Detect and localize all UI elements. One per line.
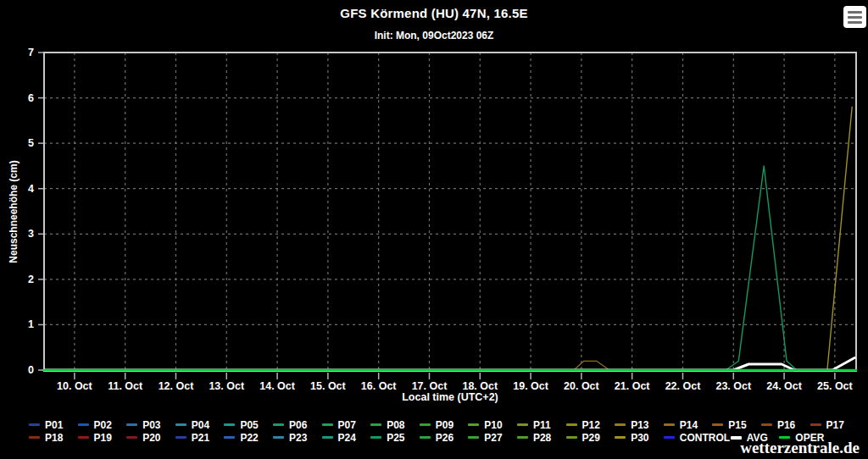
y-tick-label: 6 [28, 92, 34, 104]
x-tick-label: 10. Oct [57, 380, 93, 392]
legend-swatch-p03 [126, 423, 137, 425]
legend-item-p08: P08 [370, 419, 420, 431]
legend-label: P25 [387, 432, 404, 444]
x-tick-label: 22. Oct [665, 380, 702, 392]
legend-item-p01: P01 [29, 419, 78, 431]
legend-label: P19 [94, 432, 112, 444]
legend-item-p02: P02 [78, 419, 127, 431]
legend-swatch-p30 [615, 436, 626, 438]
y-tick-label: 0 [28, 364, 34, 376]
legend-item-p21: P21 [175, 432, 225, 444]
x-tick-label: 20. Oct [564, 380, 600, 392]
legend-item-p05: P05 [224, 419, 273, 431]
legend-swatch-p05 [224, 423, 235, 425]
forecast-page: GFS Körmend (HU) 47N, 16.5E Init: Mon, 0… [0, 0, 868, 459]
legend-label: P16 [777, 419, 795, 431]
legend-label: CONTROL [680, 432, 730, 444]
y-tick-label: 4 [28, 183, 34, 195]
legend-row: P18P19P20P21P22P23P24P25P26P27P28P29P30C… [0, 431, 868, 444]
legend-swatch-p19 [78, 436, 89, 438]
legend-label: P13 [631, 419, 648, 431]
legend-swatch-p17 [810, 423, 821, 425]
legend-item-p25: P25 [370, 432, 420, 444]
x-tick-label: 21. Oct [615, 380, 651, 392]
legend-item-p17: P17 [810, 419, 860, 431]
legend-item-p11: P11 [517, 419, 566, 431]
legend-item-p03: P03 [126, 419, 175, 431]
legend-item-p10: P10 [468, 419, 517, 431]
legend-swatch-p06 [273, 423, 284, 425]
y-tick-label: 2 [28, 274, 34, 285]
legend-label: P10 [484, 419, 502, 431]
legend-item-p07: P07 [322, 419, 371, 431]
legend-swatch-p11 [517, 423, 528, 425]
legend-label: P22 [240, 432, 258, 444]
legend-swatch-p26 [420, 436, 431, 438]
legend-swatch-p28 [517, 436, 528, 438]
plot-frame [44, 53, 856, 371]
legend-label: P02 [94, 419, 112, 431]
legend-label: P04 [192, 419, 209, 431]
legend-swatch-p15 [712, 423, 723, 425]
legend-label: P08 [387, 419, 404, 431]
legend-label: P05 [240, 419, 258, 431]
legend-swatch-p08 [370, 423, 381, 425]
y-tick-label: 1 [28, 318, 34, 330]
legend-swatch-p13 [615, 423, 626, 425]
legend-label: P28 [533, 432, 551, 444]
x-tick-label: 19. Oct [513, 380, 549, 392]
forecast-chart: 10. Oct11. Oct12. Oct13. Oct14. Oct15. O… [0, 0, 868, 459]
legend-label: P17 [826, 419, 844, 431]
legend-swatch-p12 [566, 423, 577, 425]
x-tick-label: 15. Oct [310, 380, 347, 392]
legend-label: P07 [338, 419, 356, 431]
x-tick-label: 25. Oct [817, 380, 854, 392]
legend-label: P09 [436, 419, 453, 431]
x-tick-label: 13. Oct [209, 380, 245, 392]
legend-item-p12: P12 [566, 419, 615, 431]
x-tick-label: 18. Oct [462, 380, 498, 392]
legend-item-p13: P13 [615, 419, 664, 431]
legend-swatch-p20 [126, 436, 137, 438]
legend-swatch-p22 [224, 436, 235, 438]
legend-item-p06: P06 [273, 419, 322, 431]
y-tick-label: 5 [28, 137, 34, 149]
legend-swatch-p10 [468, 423, 479, 425]
legend-label: P23 [289, 432, 307, 444]
legend-item-p16: P16 [761, 419, 810, 431]
x-axis-label: Local time (UTC+2) [44, 391, 856, 403]
legend-label: P27 [484, 432, 502, 444]
legend-swatch-p14 [664, 423, 675, 425]
legend-label: P29 [582, 432, 600, 444]
legend-label: P21 [192, 432, 209, 444]
legend-label: P15 [728, 419, 746, 431]
legend-item-p15: P15 [712, 419, 761, 431]
legend-label: P30 [631, 432, 648, 444]
legend-item-p26: P26 [420, 432, 469, 444]
chart-legend: P01P02P03P04P05P06P07P08P09P10P11P12P13P… [0, 418, 868, 444]
x-tick-label: 23. Oct [715, 380, 752, 392]
legend-label: P06 [289, 419, 307, 431]
legend-label: P24 [338, 432, 356, 444]
legend-swatch-control [664, 436, 675, 439]
x-tick-label: 11. Oct [108, 380, 143, 392]
y-tick-label: 3 [28, 228, 34, 240]
legend-item-p28: P28 [517, 432, 566, 444]
legend-item-p29: P29 [566, 432, 615, 444]
x-tick-label: 14. Oct [259, 380, 296, 392]
y-tick-label: 7 [28, 47, 34, 58]
legend-swatch-p23 [273, 436, 284, 438]
legend-swatch-p04 [175, 423, 186, 425]
legend-swatch-p21 [175, 436, 186, 438]
legend-item-p30: P30 [615, 432, 664, 444]
series-p30 [44, 107, 852, 370]
watermark: wetterzentrale.de [740, 439, 860, 457]
legend-item-p19: P19 [78, 432, 127, 444]
legend-item-p24: P24 [322, 432, 371, 444]
legend-item-p22: P22 [224, 432, 273, 444]
legend-item-p14: P14 [664, 419, 713, 431]
legend-label: P14 [680, 419, 698, 431]
legend-label: P11 [533, 419, 551, 431]
legend-swatch-p29 [566, 436, 577, 438]
legend-swatch-p27 [468, 436, 479, 438]
